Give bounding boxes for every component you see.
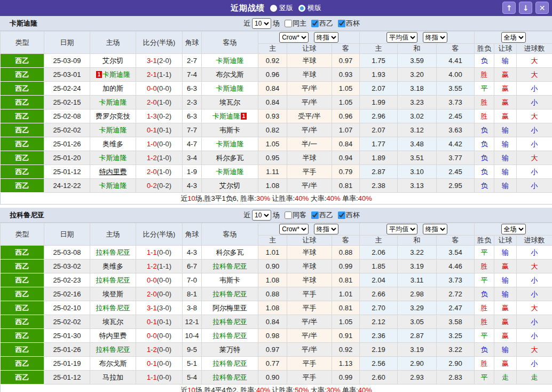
euro-odds-source-select[interactable]: 平均值 — [387, 224, 417, 234]
away-team-name[interactable]: 卡斯迪隆 — [216, 168, 244, 176]
euro-odds-time-select[interactable]: 终指 — [423, 32, 447, 43]
away-team-name[interactable]: 韦斯卡 — [219, 126, 240, 134]
home-team-name[interactable]: 卡斯迪隆 — [99, 126, 127, 134]
away-team-cell: 科尔多瓦 — [202, 151, 258, 165]
asian-odds-time-select[interactable]: 终指 — [314, 224, 338, 234]
away-team-name[interactable]: 卡斯迪隆 — [212, 112, 240, 120]
asian-away-odds-cell: 1.05 — [332, 82, 360, 96]
away-team-name[interactable]: 卡斯迪隆 — [216, 84, 244, 92]
move-up-button[interactable]: ↑ — [502, 2, 516, 14]
same-venue-checkbox[interactable] — [285, 20, 292, 27]
away-team-name[interactable]: 拉科鲁尼亚 — [212, 373, 247, 381]
home-team-name[interactable]: 布尔戈斯 — [99, 359, 127, 367]
cup-label: 西杯 — [346, 19, 360, 28]
away-team-name[interactable]: 埃瓦尔 — [219, 98, 240, 106]
home-team-name[interactable]: 马拉加 — [102, 373, 123, 381]
odds-company-select[interactable]: Crow* — [279, 224, 309, 234]
cup-option[interactable]: 西杯 — [335, 210, 360, 220]
match-count-select[interactable]: 10 — [252, 18, 271, 29]
league-checkbox[interactable] — [311, 20, 319, 27]
asian-home-odds-cell: 1.11 — [258, 165, 287, 179]
handicap-result-cell: 赢 — [494, 357, 517, 371]
away-team-name[interactable]: 韦斯卡 — [219, 276, 240, 284]
winlose-result-cell: 平 — [475, 82, 494, 96]
cup-checkbox[interactable] — [338, 20, 345, 27]
away-team-name[interactable]: 科尔多瓦 — [216, 248, 244, 256]
euro-odds-time-select[interactable]: 终指 — [423, 224, 447, 234]
corner-cell: 2-7 — [183, 54, 202, 68]
handicap-result-cell: 输 — [494, 179, 517, 193]
same-venue-option[interactable]: 同主 — [281, 19, 306, 28]
scope-select[interactable]: 全场 — [501, 32, 526, 43]
league-cell: 西乙 — [1, 165, 44, 179]
home-team-name[interactable]: 特内里费 — [99, 332, 127, 340]
league-option[interactable]: 西乙 — [308, 210, 333, 220]
home-team-name[interactable]: 埃瓦尔 — [102, 318, 123, 326]
home-team-name[interactable]: 拉科鲁尼亚 — [96, 346, 130, 354]
league-checkbox[interactable] — [311, 211, 319, 219]
away-team-cell: 拉科鲁尼亚 — [202, 287, 258, 301]
asian-away-odds-cell: 0.99 — [332, 371, 360, 385]
home-team-name[interactable]: 卡斯迪隆 — [99, 182, 127, 190]
away-team-name[interactable]: 布尔戈斯 — [216, 70, 244, 79]
col-handicap-result: 让球 — [494, 44, 517, 54]
halftime-score: (0-0) — [157, 276, 171, 284]
summary-line: 近10场,胜4平4负2, 胜率:40% 让胜率:50% 大率:30% 单率:40… — [1, 385, 552, 392]
asian-home-odds-cell: 0.95 — [258, 151, 287, 165]
asian-odds-time-select[interactable]: 终指 — [314, 32, 338, 43]
away-team-cell: 莱万特 — [202, 343, 258, 357]
match-row: 西乙25-01-30特内里费0-0(0-0)10-4拉科鲁尼亚0.98平/半0.… — [1, 329, 552, 343]
euro-away-odds-cell: 4.41 — [437, 54, 475, 68]
home-team-name[interactable]: 拉科鲁尼亚 — [96, 276, 130, 284]
handicap-result-cell: 赢 — [494, 96, 517, 109]
cup-option[interactable]: 西杯 — [335, 19, 360, 28]
layout-radio-horizontal[interactable]: 横版 — [298, 3, 321, 13]
away-team-cell: 拉科鲁尼亚 — [202, 315, 258, 329]
euro-odds-source-select[interactable]: 平均值 — [387, 32, 417, 43]
radio-unselected-icon — [298, 5, 305, 12]
home-team-name[interactable]: 加的斯 — [102, 84, 123, 92]
home-team-name[interactable]: 卡斯迪隆 — [99, 98, 127, 106]
euro-draw-odds-cell: 2.87 — [398, 329, 437, 343]
away-team-name[interactable]: 拉科鲁尼亚 — [212, 359, 247, 367]
fulltime-score: 1-2 — [147, 262, 157, 270]
away-team-name[interactable]: 阿尔梅里亚 — [212, 304, 247, 312]
score-cell: 3-1(2-0) — [136, 54, 183, 68]
away-team-name[interactable]: 艾尔切 — [219, 182, 240, 190]
move-down-button[interactable]: ↓ — [519, 2, 532, 14]
cup-checkbox[interactable] — [338, 211, 345, 219]
layout-radio-vertical[interactable]: 竖版 — [270, 3, 293, 13]
winlose-result-cell: 平 — [475, 329, 494, 343]
euro-draw-odds-cell: 3.11 — [398, 273, 437, 287]
asian-odds-controls: Crow* 终指 — [258, 223, 360, 236]
away-team-name[interactable]: 卡斯迪隆 — [216, 57, 244, 65]
close-button[interactable]: ✕ — [535, 2, 549, 14]
odds-company-select[interactable]: Crow* — [279, 32, 309, 43]
home-team-name[interactable]: 费罗尔竞技 — [96, 112, 130, 120]
home-team-name[interactable]: 特内里费 — [99, 168, 127, 176]
home-team-name[interactable]: 拉科鲁尼亚 — [96, 248, 130, 256]
same-venue-option[interactable]: 同客 — [281, 210, 306, 220]
away-team-name[interactable]: 拉科鲁尼亚 — [212, 332, 247, 340]
euro-home-odds-cell: 2.56 — [360, 357, 398, 371]
away-team-name[interactable]: 拉科鲁尼亚 — [212, 290, 247, 298]
away-team-name[interactable]: 拉科鲁尼亚 — [212, 318, 247, 326]
home-team-name[interactable]: 奥维多 — [102, 140, 123, 148]
league-option[interactable]: 西乙 — [308, 19, 333, 28]
same-venue-checkbox[interactable] — [285, 211, 292, 219]
home-team-name[interactable]: 艾尔切 — [102, 57, 123, 65]
away-team-name[interactable]: 莱万特 — [219, 346, 240, 354]
home-team-name[interactable]: 卡斯迪隆 — [102, 70, 130, 79]
away-team-name[interactable]: 科尔多瓦 — [216, 154, 244, 162]
away-team-name[interactable]: 卡斯迪隆 — [216, 140, 244, 148]
home-team-name[interactable]: 拉科鲁尼亚 — [96, 304, 130, 312]
goals-result-cell: 大 — [517, 68, 552, 82]
home-team-name[interactable]: 卡斯迪隆 — [99, 154, 127, 162]
euro-home-odds-cell: 2.07 — [360, 82, 398, 96]
home-team-name[interactable]: 奥维多 — [102, 262, 123, 270]
scope-select[interactable]: 全场 — [501, 224, 526, 234]
home-team-name[interactable]: 埃登斯 — [102, 290, 123, 298]
match-count-select[interactable]: 10 — [252, 210, 271, 221]
date-cell: 24-12-22 — [44, 179, 90, 193]
away-team-name[interactable]: 拉科鲁尼亚 — [212, 262, 247, 270]
